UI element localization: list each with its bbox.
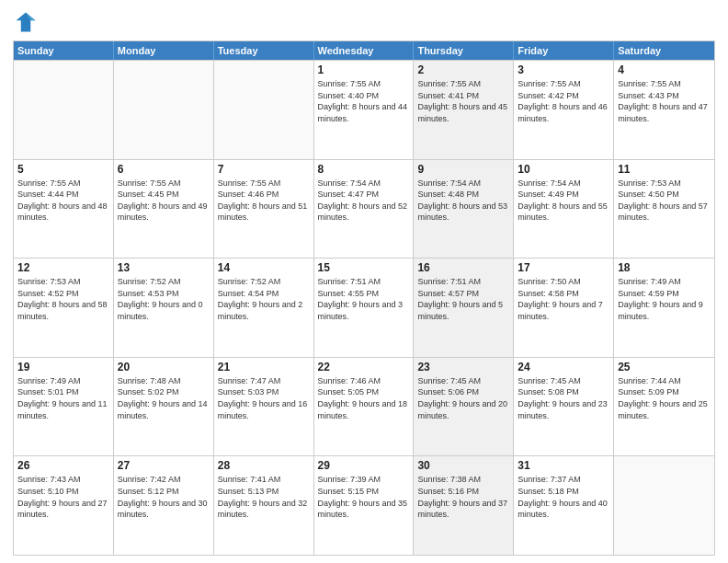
calendar-row-1: 5Sunrise: 7:55 AM Sunset: 4:44 PM Daylig… [14,159,714,259]
empty-cell-0-1 [114,61,214,159]
calendar: SundayMondayTuesdayWednesdayThursdayFrid… [13,40,715,556]
calendar-row-4: 26Sunrise: 7:43 AM Sunset: 5:10 PM Dayli… [14,455,714,555]
day-2: 2Sunrise: 7:55 AM Sunset: 4:41 PM Daylig… [414,61,514,159]
day-info-30: Sunrise: 7:38 AM Sunset: 5:16 PM Dayligh… [417,474,509,520]
day-28: 28Sunrise: 7:41 AM Sunset: 5:13 PM Dayli… [214,456,314,555]
day-number-10: 10 [518,163,609,176]
day-number-8: 8 [318,163,410,176]
day-30: 30Sunrise: 7:38 AM Sunset: 5:16 PM Dayli… [414,456,514,555]
day-number-17: 17 [518,261,609,274]
day-21: 21Sunrise: 7:47 AM Sunset: 5:03 PM Dayli… [214,358,314,456]
day-number-3: 3 [518,63,609,76]
day-22: 22Sunrise: 7:46 AM Sunset: 5:05 PM Dayli… [314,358,415,456]
day-26: 26Sunrise: 7:43 AM Sunset: 5:10 PM Dayli… [14,456,114,555]
day-info-3: Sunrise: 7:55 AM Sunset: 4:42 PM Dayligh… [518,78,609,124]
day-number-2: 2 [417,63,509,76]
day-info-2: Sunrise: 7:55 AM Sunset: 4:41 PM Dayligh… [417,78,509,124]
day-25: 25Sunrise: 7:44 AM Sunset: 5:09 PM Dayli… [614,358,714,456]
day-4: 4Sunrise: 7:55 AM Sunset: 4:43 PM Daylig… [614,61,714,159]
day-info-31: Sunrise: 7:37 AM Sunset: 5:18 PM Dayligh… [518,474,609,520]
day-number-28: 28 [218,459,310,472]
day-7: 7Sunrise: 7:55 AM Sunset: 4:46 PM Daylig… [214,160,314,259]
day-info-5: Sunrise: 7:55 AM Sunset: 4:44 PM Dayligh… [17,178,109,224]
empty-cell-4-6 [614,456,714,555]
header-sunday: Sunday [14,41,114,60]
day-10: 10Sunrise: 7:54 AM Sunset: 4:49 PM Dayli… [514,160,614,259]
day-9: 9Sunrise: 7:54 AM Sunset: 4:48 PM Daylig… [414,160,514,259]
day-info-4: Sunrise: 7:55 AM Sunset: 4:43 PM Dayligh… [618,78,711,124]
day-18: 18Sunrise: 7:49 AM Sunset: 4:59 PM Dayli… [614,259,714,357]
day-number-26: 26 [17,459,109,472]
day-1: 1Sunrise: 7:55 AM Sunset: 4:40 PM Daylig… [314,61,415,159]
day-number-15: 15 [318,261,410,274]
day-20: 20Sunrise: 7:48 AM Sunset: 5:02 PM Dayli… [114,358,214,456]
day-info-29: Sunrise: 7:39 AM Sunset: 5:15 PM Dayligh… [318,474,410,520]
day-3: 3Sunrise: 7:55 AM Sunset: 4:42 PM Daylig… [514,61,614,159]
day-number-13: 13 [118,261,210,274]
day-info-14: Sunrise: 7:52 AM Sunset: 4:54 PM Dayligh… [218,276,310,322]
day-number-31: 31 [518,459,609,472]
day-number-16: 16 [417,261,509,274]
day-number-22: 22 [318,361,410,373]
empty-cell-0-0 [14,61,114,159]
day-number-18: 18 [618,261,711,274]
day-info-18: Sunrise: 7:49 AM Sunset: 4:59 PM Dayligh… [618,276,711,322]
calendar-row-3: 19Sunrise: 7:49 AM Sunset: 5:01 PM Dayli… [14,357,714,456]
day-13: 13Sunrise: 7:52 AM Sunset: 4:53 PM Dayli… [114,259,214,357]
day-29: 29Sunrise: 7:39 AM Sunset: 5:15 PM Dayli… [314,456,415,555]
header-wednesday: Wednesday [314,41,415,60]
logo [13,9,42,35]
header-tuesday: Tuesday [214,41,314,60]
day-11: 11Sunrise: 7:53 AM Sunset: 4:50 PM Dayli… [614,160,714,259]
header-thursday: Thursday [414,41,514,60]
header-monday: Monday [114,41,214,60]
day-info-9: Sunrise: 7:54 AM Sunset: 4:48 PM Dayligh… [417,178,509,224]
calendar-row-2: 12Sunrise: 7:53 AM Sunset: 4:52 PM Dayli… [14,258,714,357]
day-info-7: Sunrise: 7:55 AM Sunset: 4:46 PM Dayligh… [218,178,310,224]
day-info-11: Sunrise: 7:53 AM Sunset: 4:50 PM Dayligh… [618,178,711,224]
day-number-5: 5 [17,163,109,176]
empty-cell-0-2 [214,61,314,159]
day-number-11: 11 [618,163,711,176]
day-19: 19Sunrise: 7:49 AM Sunset: 5:01 PM Dayli… [14,358,114,456]
day-15: 15Sunrise: 7:51 AM Sunset: 4:55 PM Dayli… [314,259,415,357]
day-number-25: 25 [618,361,711,373]
header-saturday: Saturday [614,41,714,60]
day-number-12: 12 [17,261,109,274]
day-14: 14Sunrise: 7:52 AM Sunset: 4:54 PM Dayli… [214,259,314,357]
day-12: 12Sunrise: 7:53 AM Sunset: 4:52 PM Dayli… [14,259,114,357]
day-info-25: Sunrise: 7:44 AM Sunset: 5:09 PM Dayligh… [618,375,711,421]
svg-marker-0 [17,13,36,32]
day-number-6: 6 [118,163,210,176]
day-info-27: Sunrise: 7:42 AM Sunset: 5:12 PM Dayligh… [118,474,210,520]
day-number-27: 27 [118,459,210,472]
day-info-12: Sunrise: 7:53 AM Sunset: 4:52 PM Dayligh… [17,276,109,322]
calendar-header: SundayMondayTuesdayWednesdayThursdayFrid… [14,41,714,60]
day-info-10: Sunrise: 7:54 AM Sunset: 4:49 PM Dayligh… [518,178,609,224]
day-info-8: Sunrise: 7:54 AM Sunset: 4:47 PM Dayligh… [318,178,410,224]
day-info-1: Sunrise: 7:55 AM Sunset: 4:40 PM Dayligh… [318,78,410,124]
day-24: 24Sunrise: 7:45 AM Sunset: 5:08 PM Dayli… [514,358,614,456]
day-5: 5Sunrise: 7:55 AM Sunset: 4:44 PM Daylig… [14,160,114,259]
day-number-9: 9 [417,163,509,176]
day-8: 8Sunrise: 7:54 AM Sunset: 4:47 PM Daylig… [314,160,415,259]
day-info-22: Sunrise: 7:46 AM Sunset: 5:05 PM Dayligh… [318,375,410,421]
day-info-28: Sunrise: 7:41 AM Sunset: 5:13 PM Dayligh… [218,474,310,520]
day-number-4: 4 [618,63,711,76]
day-number-21: 21 [218,361,310,373]
day-23: 23Sunrise: 7:45 AM Sunset: 5:06 PM Dayli… [414,358,514,456]
day-16: 16Sunrise: 7:51 AM Sunset: 4:57 PM Dayli… [414,259,514,357]
day-info-13: Sunrise: 7:52 AM Sunset: 4:53 PM Dayligh… [118,276,210,322]
day-number-30: 30 [417,459,509,472]
day-number-7: 7 [218,163,310,176]
calendar-row-0: 1Sunrise: 7:55 AM Sunset: 4:40 PM Daylig… [14,60,714,159]
day-number-23: 23 [417,361,509,373]
day-info-23: Sunrise: 7:45 AM Sunset: 5:06 PM Dayligh… [417,375,509,421]
day-number-20: 20 [118,361,210,373]
day-number-19: 19 [17,361,109,373]
calendar-body: 1Sunrise: 7:55 AM Sunset: 4:40 PM Daylig… [14,60,714,555]
day-6: 6Sunrise: 7:55 AM Sunset: 4:45 PM Daylig… [114,160,214,259]
day-number-14: 14 [218,261,310,274]
day-info-19: Sunrise: 7:49 AM Sunset: 5:01 PM Dayligh… [17,375,109,421]
day-info-20: Sunrise: 7:48 AM Sunset: 5:02 PM Dayligh… [118,375,210,421]
